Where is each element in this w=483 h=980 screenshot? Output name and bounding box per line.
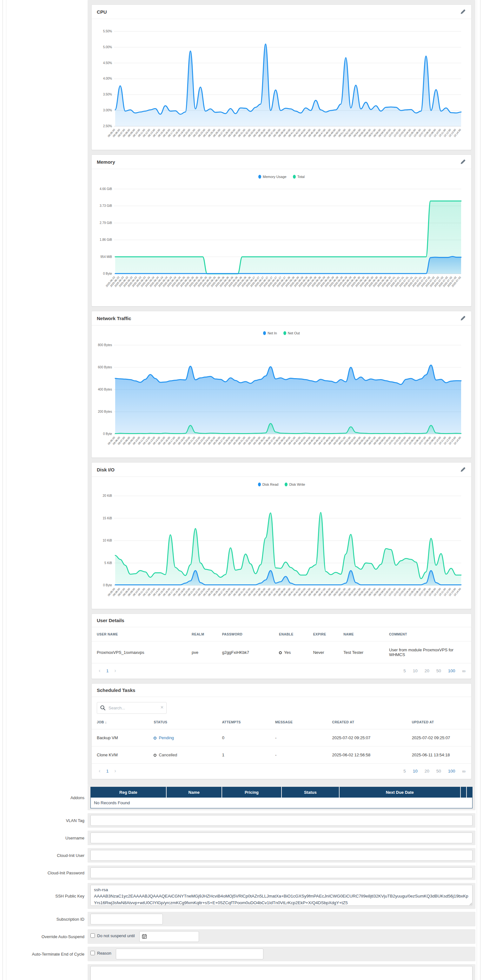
auto-terminate-checkbox[interactable] — [91, 951, 95, 955]
cloud-init-password-input[interactable] — [91, 867, 472, 878]
subscription-id-label: Subscription ID — [8, 917, 88, 922]
col-job[interactable]: Job↓ — [92, 715, 148, 729]
scheduled-tasks-title: Scheduled Tasks — [97, 687, 135, 693]
subscription-id-input[interactable] — [91, 914, 163, 924]
expire-cell: Never — [308, 641, 339, 663]
do-not-suspend-checkbox[interactable] — [91, 933, 95, 938]
svg-text:954 MiB: 954 MiB — [100, 255, 112, 259]
svg-text:600 Bytes: 600 Bytes — [98, 366, 112, 369]
page-size-20[interactable]: 20 — [425, 668, 429, 673]
net-in-legend-dot — [263, 331, 266, 335]
edit-pencil-icon[interactable] — [460, 315, 466, 321]
page-size-100[interactable]: 100 — [448, 769, 455, 773]
edit-pencil-icon[interactable] — [460, 9, 466, 15]
page-size-10[interactable]: 10 — [413, 769, 418, 773]
updated-at-cell: 2025-06-11 13:54:18 — [407, 746, 471, 764]
disk-io-chart: 0 Byte5 KiB10 KiB15 KiB20 KiB09:05:0009:… — [95, 486, 468, 608]
next-page-button[interactable]: › — [113, 768, 117, 774]
user-details-pagination: ‹ 1 › 5 10 20 50 100 ∞ — [92, 663, 471, 679]
col-comment: Comment — [384, 627, 471, 641]
cloud-init-user-row: Cloud-Init User — [8, 848, 475, 862]
vlan-tag-label: VLAN Tag — [8, 818, 88, 823]
svg-text:4.66 GiB: 4.66 GiB — [100, 187, 112, 191]
page-size-all-icon[interactable]: ∞ — [462, 768, 465, 774]
col-message[interactable]: Message — [270, 715, 327, 729]
page-size-all-icon[interactable]: ∞ — [462, 668, 465, 673]
clear-search-icon[interactable]: ✕ — [160, 705, 164, 710]
addons-col-spare-1 — [461, 787, 467, 798]
page-size-100[interactable]: 100 — [448, 668, 455, 673]
page-size-5[interactable]: 5 — [403, 668, 406, 673]
edit-pencil-icon[interactable] — [460, 466, 466, 473]
svg-text:0 Byte: 0 Byte — [103, 272, 112, 275]
no-records-cell: No Records Found — [91, 797, 472, 808]
svg-text:5 KiB: 5 KiB — [104, 561, 112, 565]
subscription-id-row: Subscription ID — [8, 912, 475, 926]
memory-total-legend-dot — [293, 175, 296, 179]
svg-text:1.86 GiB: 1.86 GiB — [100, 238, 112, 242]
col-enable: Enable — [274, 627, 308, 641]
disk-read-legend-dot — [258, 482, 261, 486]
job-cell: Clone KVM — [92, 746, 148, 764]
svg-text:2.50%: 2.50% — [103, 124, 112, 128]
sort-desc-icon: ↓ — [105, 720, 107, 724]
scheduled-tasks-table: Job↓ Status Attempts Message Created At … — [92, 715, 471, 763]
current-page[interactable]: 1 — [106, 668, 109, 673]
reason-label: Reason — [97, 951, 112, 956]
username-input[interactable] — [91, 832, 472, 843]
user-details-row: ProxmoxVPS_1svmaxvps pve g2ggFxiHKbk7 Ye… — [92, 641, 471, 663]
col-realm: Realm — [187, 627, 217, 641]
disk-write-legend-label: Disk Write — [289, 482, 305, 486]
suspend-until-date-input[interactable] — [139, 931, 199, 942]
vlan-tag-input[interactable] — [91, 815, 472, 826]
page-size-50[interactable]: 50 — [436, 668, 441, 673]
prev-page-button[interactable]: ‹ — [97, 668, 102, 674]
col-status[interactable]: Status — [148, 715, 217, 729]
next-page-button[interactable]: › — [113, 668, 117, 674]
charts-area: CPU 2.50%3.00%3.50%4.00%4.50%5.00%5.50%0… — [88, 0, 475, 785]
task-row: Clone KVM Cancelled 1 - 2025-06-02 12:56… — [92, 746, 471, 764]
cpu-card-title: CPU — [97, 9, 107, 14]
network-legend: Net In Net Out — [95, 328, 468, 335]
cloud-init-user-input[interactable] — [91, 850, 472, 861]
ssh-public-key-textarea[interactable]: ssh-rsa AAAAB3NzaC1yc2EAAAABJQAAAQEAiCGN… — [91, 885, 472, 906]
page-size-50[interactable]: 50 — [436, 769, 441, 773]
col-created-at[interactable]: Created At — [327, 715, 406, 729]
addons-col-pricing: Pricing — [222, 787, 282, 798]
status-ring-icon — [154, 754, 156, 757]
col-name: Name — [338, 627, 384, 641]
status-cell: Pending — [148, 729, 217, 746]
memory-usage-legend-dot — [258, 175, 261, 179]
addons-col-status: Status — [282, 787, 339, 798]
svg-text:3.73 GiB: 3.73 GiB — [100, 204, 112, 207]
username-label: Username — [8, 836, 88, 840]
page-size-10[interactable]: 10 — [413, 668, 418, 673]
page-size-5[interactable]: 5 — [403, 769, 406, 773]
calendar-icon[interactable] — [142, 934, 147, 939]
admin-notes-textarea[interactable] — [91, 966, 472, 980]
net-out-legend-label: Net Out — [288, 331, 300, 335]
auto-terminate-label: Auto-Terminate End of Cycle — [8, 952, 88, 956]
task-row: Backup VM Pending 0 - 2025-07-02 09:25:0… — [92, 729, 471, 746]
prev-page-button[interactable]: ‹ — [97, 768, 102, 774]
cloud-init-user-label: Cloud-Init User — [8, 853, 88, 858]
memory-usage-legend-label: Memory Usage — [263, 175, 287, 179]
page-frame: CPU 2.50%3.00%3.50%4.00%4.50%5.00%5.50%0… — [6, 0, 477, 980]
search-input[interactable] — [97, 702, 167, 714]
current-page[interactable]: 1 — [106, 769, 109, 773]
col-attempts[interactable]: Attempts — [217, 715, 270, 729]
cloud-init-password-row: Cloud-Init Password — [8, 865, 475, 880]
network-traffic-card: Network Traffic Net In Net Out 0 Byte200… — [91, 311, 472, 458]
addons-col-spare-2 — [467, 787, 472, 798]
col-updated-at[interactable]: Updated At — [407, 715, 471, 729]
attempts-cell: 0 — [217, 729, 270, 746]
memory-total-legend-label: Total — [297, 175, 304, 179]
edit-pencil-icon[interactable] — [460, 159, 466, 165]
page-size-20[interactable]: 20 — [425, 769, 429, 773]
proxmox-vps-admin-page: CPU 2.50%3.00%3.50%4.00%4.50%5.00%5.50%0… — [3, 0, 480, 980]
svg-text:3.00%: 3.00% — [103, 108, 112, 112]
scheduled-tasks-card: Scheduled Tasks ✕ Job↓ Status Attempts — [91, 683, 472, 779]
terminate-reason-input[interactable] — [116, 948, 263, 959]
cloud-init-password-label: Cloud-Init Password — [8, 870, 88, 875]
svg-text:5.50%: 5.50% — [103, 30, 112, 33]
